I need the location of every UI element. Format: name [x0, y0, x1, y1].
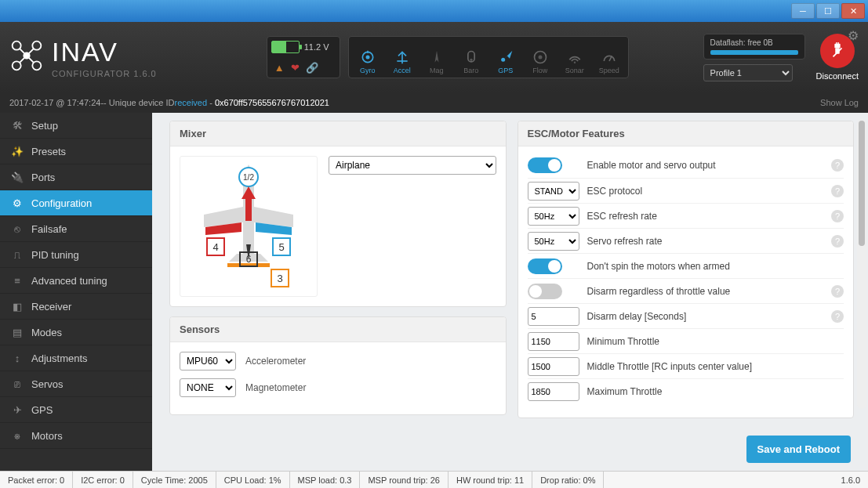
status-sep: -- Unique device ID [100, 98, 174, 107]
sidebar-icon: ⚙ [11, 197, 24, 209]
save-reboot-button[interactable]: Save and Reboot [746, 436, 851, 463]
esc-label: Disarm delay [Seconds] [587, 311, 832, 322]
esc-select[interactable]: STAND [528, 182, 579, 201]
mixer-type-select[interactable]: Airplane [329, 156, 496, 175]
esc-select[interactable]: 50Hz [528, 207, 579, 226]
app-header: ⚙ INAV CONFIGURATOR 1.6.0 11.2 V ▲ ❤ 🔗 [0, 22, 868, 92]
svg-point-7 [365, 56, 369, 60]
esc-number-input[interactable] [528, 307, 579, 326]
help-icon[interactable]: ? [831, 210, 844, 222]
svg-rect-19 [834, 44, 840, 49]
window-close-button[interactable]: ✕ [841, 3, 865, 19]
esc-panel: ESC/Motor Features Enable motor and serv… [518, 121, 855, 418]
version-label: 1.6.0 [833, 475, 868, 485]
toggle[interactable] [528, 284, 562, 299]
status-cell: Packet error: 0 [0, 472, 73, 488]
sensor-speed: Speed [594, 40, 625, 74]
app-tagline: CONFIGURATOR 1.6.0 [52, 69, 157, 78]
help-icon[interactable]: ? [831, 159, 844, 172]
status-cell: CPU Load: 1% [216, 472, 290, 488]
show-log-button[interactable]: Show Log [820, 98, 859, 107]
sidebar-icon: ⎈ [11, 430, 24, 442]
sensor-label: Magnetometer [245, 382, 306, 393]
sidebar-icon: ◧ [11, 301, 24, 313]
battery-voltage: 11.2 V [304, 42, 329, 52]
esc-select[interactable]: 50Hz [528, 232, 579, 251]
sensor-flow: Flow [525, 40, 556, 74]
sidebar-item-label: Servos [31, 378, 63, 390]
mixer-ch-tail: 6 [246, 254, 252, 265]
status-cell: HW round trip: 11 [449, 472, 532, 488]
sidebar-item-pid-tuning[interactable]: ⎍PID tuning [0, 242, 152, 268]
sidebar-icon: ▤ [11, 327, 24, 338]
sidebar-icon: ⎚ [11, 378, 24, 390]
sensor-sonar: Sonar [559, 40, 590, 74]
window-maximize-button[interactable]: ☐ [816, 3, 840, 19]
esc-row: Don't spin the motors when armed [528, 253, 844, 278]
sidebar-item-servos[interactable]: ⎚Servos [0, 371, 152, 397]
sensor-mag: Mag [421, 40, 452, 74]
sidebar-item-label: Failsafe [31, 223, 67, 235]
esc-number-input[interactable] [528, 332, 579, 351]
window-minimize-button[interactable]: ─ [791, 3, 815, 19]
sidebar: 🛠Setup✨Presets🔌Ports⚙Configuration⎋Fails… [0, 113, 152, 471]
sidebar-item-modes[interactable]: ▤Modes [0, 320, 152, 345]
help-icon[interactable]: ? [831, 310, 844, 323]
esc-label: ESC protocol [587, 186, 832, 197]
sidebar-item-label: Presets [31, 146, 66, 157]
dataflash-label: Dataflash: free 0B [710, 38, 798, 47]
esc-label: Don't spin the motors when armed [587, 261, 844, 272]
mixer-title: Mixer [170, 121, 506, 146]
battery-icon [271, 41, 300, 53]
sidebar-item-receiver[interactable]: ◧Receiver [0, 294, 152, 320]
sidebar-item-adjustments[interactable]: ↕Adjustments [0, 345, 152, 371]
sidebar-item-advanced-tuning[interactable]: ≡Advanced tuning [0, 268, 152, 294]
dataflash-widget[interactable]: Dataflash: free 0B [703, 34, 805, 60]
help-icon[interactable]: ? [831, 185, 844, 197]
help-icon[interactable]: ? [831, 285, 844, 298]
settings-icon[interactable]: ⚙ [848, 28, 859, 43]
toggle[interactable] [528, 258, 562, 274]
sensor-gyro: Gyro [352, 40, 383, 74]
status-strip: 2017-02-17 @ 17:47:24 -- Unique device I… [0, 92, 868, 113]
esc-number-input[interactable] [528, 382, 579, 401]
sidebar-item-gps[interactable]: ✈GPS [0, 397, 152, 423]
svg-point-14 [501, 58, 505, 62]
status-cell: MSP round trip: 26 [360, 472, 449, 488]
esc-label: Maximum Throttle [587, 386, 844, 397]
sidebar-item-motors[interactable]: ⎈Motors [0, 423, 152, 449]
toggle[interactable] [528, 157, 562, 173]
sidebar-icon: ⎋ [11, 223, 24, 235]
sensors-title: Sensors [170, 317, 506, 342]
esc-title: ESC/Motor Features [518, 121, 854, 146]
sidebar-item-label: Setup [31, 120, 58, 132]
svg-point-13 [470, 59, 472, 61]
sensor-row: MPU60Accelerometer [180, 352, 496, 371]
sensor-label: Accelerometer [245, 356, 306, 367]
content-scrollbar[interactable] [857, 119, 866, 409]
esc-row: STANDESC protocol? [528, 178, 844, 203]
sidebar-icon: ✈ [11, 404, 24, 416]
esc-label: Enable motor and servo output [587, 160, 832, 171]
sidebar-item-setup[interactable]: 🛠Setup [0, 113, 152, 139]
sidebar-item-ports[interactable]: 🔌Ports [0, 164, 152, 190]
svg-point-16 [538, 56, 542, 60]
mixer-ch-bottom: 3 [277, 273, 282, 284]
svg-point-6 [24, 52, 29, 58]
sidebar-item-configuration[interactable]: ⚙Configuration [0, 190, 152, 216]
sensor-select[interactable]: MPU60 [180, 352, 236, 371]
esc-number-input[interactable] [528, 357, 579, 376]
sensor-status-bar: GyroAccelMagBaroGPSFlowSonarSpeed [348, 36, 629, 78]
dataflash-bar [710, 50, 798, 55]
esc-label: Servo refresh rate [587, 236, 832, 247]
sidebar-item-failsafe[interactable]: ⎋Failsafe [0, 216, 152, 242]
warning-icon: ▲ [274, 62, 285, 74]
help-icon[interactable]: ? [831, 235, 844, 248]
status-device-id: 0x670ff575655676767012021 [215, 98, 329, 107]
sensor-select[interactable]: NONE [180, 378, 236, 397]
sensor-baro: Baro [456, 40, 487, 74]
mixer-ch-left: 4 [212, 241, 218, 253]
sidebar-item-presets[interactable]: ✨Presets [0, 139, 152, 164]
sidebar-item-label: Modes [31, 327, 62, 338]
profile-select[interactable]: Profile 1 [703, 64, 793, 81]
